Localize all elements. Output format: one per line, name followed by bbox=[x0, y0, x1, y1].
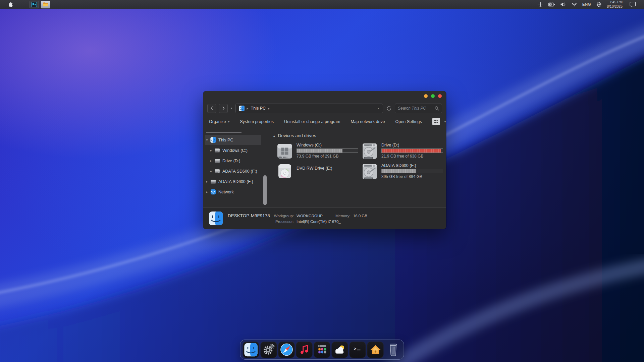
drive-item-windows-c[interactable]: Windows (C:) 73.9 GB free of 291 GB bbox=[276, 142, 361, 162]
tree-collapse-icon[interactable]: ▾ bbox=[205, 138, 209, 142]
window-controls bbox=[424, 94, 442, 98]
finder-location-icon bbox=[239, 106, 245, 111]
terminal-icon: > bbox=[351, 343, 364, 356]
settings-icon bbox=[262, 343, 275, 356]
taskbar-app-buttons: Ps bbox=[30, 1, 50, 8]
finder-computer-icon bbox=[209, 211, 223, 226]
sidebar-item-this-pc[interactable]: ▾ This PC bbox=[205, 135, 261, 145]
minimize-button[interactable] bbox=[424, 94, 428, 98]
toolbar-item-map-network-drive[interactable]: Map network drive bbox=[351, 119, 385, 124]
network-icon bbox=[210, 189, 216, 195]
dock-item-terminal[interactable]: > bbox=[350, 342, 366, 358]
settings-gear-icon[interactable] bbox=[596, 2, 602, 7]
window-titlebar[interactable] bbox=[203, 91, 446, 101]
sidebar-item-network[interactable]: ▸ Network bbox=[205, 187, 261, 197]
tree-expand-icon[interactable]: ▸ bbox=[209, 169, 213, 173]
drive-item-adata-sd600-f[interactable]: ADATA SD600 (F:) 395 GB free of 894 GB bbox=[361, 163, 445, 182]
content-pane: ▴ Devices and drives Windows (C:) 73.9 G… bbox=[269, 128, 446, 207]
sidebar-item-adata-sd600-f[interactable]: ▸ ADATA SD600 (F:) bbox=[205, 176, 261, 187]
recent-locations-dropdown[interactable]: ▾ bbox=[231, 107, 232, 110]
details-view-icon bbox=[434, 119, 438, 124]
drive-icon bbox=[214, 147, 220, 153]
toolbar-item-uninstall-or-change-a-program[interactable]: Uninstall or change a program bbox=[284, 119, 340, 124]
trash-icon bbox=[386, 342, 400, 357]
airplane-icon[interactable] bbox=[538, 2, 543, 7]
taskbar-photoshop-button[interactable]: Ps bbox=[30, 1, 39, 8]
drive-item-dvd-rw-drive-e[interactable]: DVD RW Drive (E:) bbox=[276, 163, 361, 182]
music-icon bbox=[298, 343, 311, 356]
chevron-right-icon bbox=[221, 106, 225, 110]
dock-item-launchpad[interactable] bbox=[314, 342, 330, 358]
toolbar-right-controls: ▾ ? bbox=[432, 118, 446, 125]
window-body: ▾ This PC▸ Windows (C:)▸ Drive (D:)▸ ADA… bbox=[203, 128, 446, 207]
sidebar-item-adata-sd600-f[interactable]: ▸ ADATA SD600 (F:) bbox=[205, 166, 261, 176]
change-view-button[interactable] bbox=[432, 118, 440, 125]
clock-time: 7:45 PM bbox=[607, 0, 623, 4]
breadcrumb-this-pc[interactable]: This PC bbox=[251, 106, 266, 111]
drives-grid: Windows (C:) 73.9 GB free of 291 GB Driv… bbox=[276, 142, 443, 182]
system-info-statusbar: DESKTOP-M9F9178 Workgroup: WORKGROUP Mem… bbox=[203, 207, 446, 229]
dock-item-finder[interactable] bbox=[243, 342, 259, 358]
sidebar-item-drive-d[interactable]: ▸ Drive (D:) bbox=[205, 156, 261, 166]
volume-icon[interactable] bbox=[560, 2, 566, 7]
dock-item-settings[interactable] bbox=[261, 342, 277, 358]
file-explorer-icon bbox=[43, 2, 49, 7]
apple-menu-icon[interactable] bbox=[5, 1, 15, 7]
view-dropdown-icon[interactable]: ▾ bbox=[444, 120, 446, 123]
system-info: DESKTOP-M9F9178 Workgroup: WORKGROUP Mem… bbox=[228, 213, 367, 224]
tree-expand-icon[interactable]: ▸ bbox=[205, 180, 209, 183]
system-tray: ENG 7:45 PM 8/10/2025 bbox=[538, 0, 641, 9]
refresh-icon[interactable] bbox=[386, 106, 392, 111]
dock-item-weather[interactable] bbox=[332, 342, 348, 358]
forward-button[interactable] bbox=[219, 104, 228, 113]
dock: > bbox=[240, 340, 404, 360]
navigation-row: ▾ ▸ This PC ▸ ▾ bbox=[203, 101, 446, 115]
sidebar-scrollbar[interactable] bbox=[263, 175, 267, 205]
weather-icon bbox=[333, 343, 347, 357]
dvd-icon bbox=[276, 163, 294, 181]
drive-item-drive-d[interactable]: Drive (D:) 21.9 GB free of 638 GB bbox=[361, 142, 445, 162]
toolbar-item-system-properties[interactable]: System properties bbox=[240, 119, 274, 124]
hdd-open-icon bbox=[361, 163, 379, 181]
dock-item-home[interactable] bbox=[367, 342, 384, 358]
svg-text:>: > bbox=[354, 346, 356, 351]
drive-icon bbox=[210, 179, 216, 184]
toolbar-item-organize[interactable]: Organize▾ bbox=[209, 119, 229, 124]
workgroup-value: WORKGROUP bbox=[297, 214, 323, 218]
tree-expand-icon[interactable]: ▸ bbox=[209, 148, 213, 152]
wifi-icon[interactable] bbox=[571, 2, 577, 7]
language-indicator[interactable]: ENG bbox=[582, 2, 591, 6]
taskbar-explorer-button[interactable] bbox=[41, 1, 50, 8]
back-button[interactable] bbox=[207, 104, 216, 113]
chevron-down-icon: ▾ bbox=[228, 120, 230, 123]
clock[interactable]: 7:45 PM 8/10/2025 bbox=[607, 0, 623, 9]
address-dropdown-icon[interactable]: ▾ bbox=[378, 107, 379, 110]
section-header-devices-and-drives[interactable]: ▴ Devices and drives bbox=[273, 133, 443, 138]
home-icon bbox=[369, 343, 382, 356]
capacity-bar bbox=[381, 148, 443, 153]
clock-date: 8/10/2025 bbox=[607, 4, 623, 9]
capacity-bar bbox=[297, 148, 358, 153]
zoom-button[interactable] bbox=[431, 94, 435, 98]
close-button[interactable] bbox=[438, 94, 442, 98]
memory-value: 16.0 GB bbox=[353, 214, 367, 218]
sidebar-item-windows-c[interactable]: ▸ Windows (C:) bbox=[205, 145, 261, 156]
tree-expand-icon[interactable]: ▸ bbox=[209, 159, 213, 163]
battery-icon[interactable] bbox=[548, 2, 555, 7]
dock-item-safari[interactable] bbox=[278, 342, 295, 358]
section-title: Devices and drives bbox=[278, 133, 316, 138]
dock-item-music[interactable] bbox=[296, 342, 313, 358]
breadcrumb-separator: ▸ bbox=[268, 107, 270, 110]
launchpad-icon bbox=[315, 343, 329, 356]
action-center-icon[interactable] bbox=[630, 2, 636, 7]
processor-value: Intel(R) Core(TM) i7-670_ bbox=[297, 220, 367, 224]
drive-icon bbox=[214, 168, 220, 174]
safari-icon bbox=[279, 343, 293, 357]
dock-item-trash[interactable] bbox=[385, 342, 401, 358]
address-bar[interactable]: ▸ This PC ▸ ▾ bbox=[235, 104, 383, 113]
toolbar-item-open-settings[interactable]: Open Settings bbox=[395, 119, 422, 124]
computer-name: DESKTOP-M9F9178 bbox=[228, 213, 270, 218]
tree-expand-icon[interactable]: ▸ bbox=[205, 190, 209, 194]
search-input[interactable] bbox=[398, 106, 435, 111]
breadcrumb-separator: ▸ bbox=[247, 107, 249, 110]
